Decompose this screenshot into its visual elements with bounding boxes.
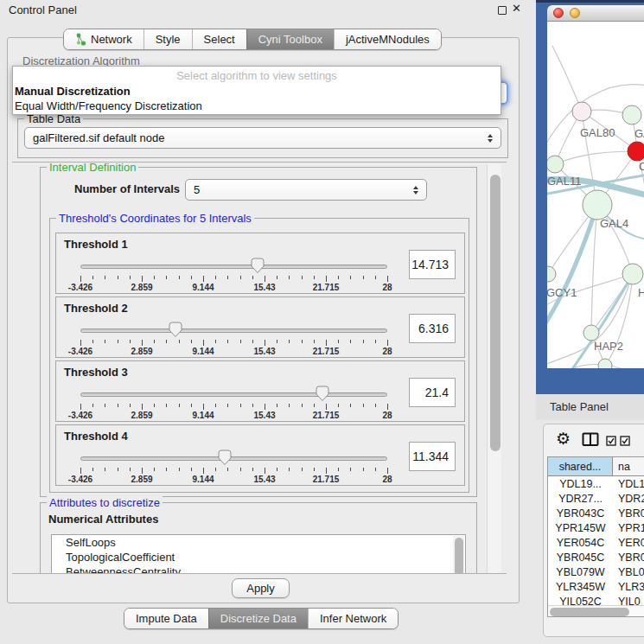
number-of-intervals-label: Number of Intervals — [74, 182, 180, 195]
slider-thumb[interactable] — [218, 450, 232, 466]
tab-style[interactable]: Style — [143, 29, 192, 49]
table-cell[interactable]: YPR145W — [548, 520, 613, 535]
dropdown-hint-item[interactable]: Select algorithm to view settings — [13, 69, 501, 82]
threshold-value-field[interactable]: 11.344 — [409, 442, 456, 471]
network-node[interactable] — [628, 142, 644, 161]
table-cell[interactable]: YBR0 — [613, 550, 644, 564]
tab-infer-network[interactable]: Infer Network — [308, 609, 398, 628]
attributes-items: SelfLoopsTopologicalCoefficientBetweenne… — [52, 535, 465, 574]
threshold-slider[interactable]: -3.4262.8599.14415.4321.71528 — [80, 449, 387, 483]
slider-thumb[interactable] — [251, 258, 265, 274]
attribute-item-betweennesscentrality[interactable]: BetweennessCentrality — [52, 564, 465, 574]
network-canvas[interactable]: GAL80GACGAL11GAL4GCY1HHAP2 — [547, 22, 644, 368]
table-cell[interactable]: YDR2 — [613, 491, 644, 506]
network-node[interactable] — [547, 266, 556, 282]
network-node[interactable] — [572, 102, 591, 121]
combo-arrows-icon — [488, 134, 493, 143]
tab-discretize-data[interactable]: Discretize Data — [208, 609, 308, 628]
tab-network[interactable]: Network — [64, 29, 143, 49]
network-node[interactable] — [622, 264, 643, 284]
tab-label: Select — [204, 33, 235, 46]
float-panel-icon[interactable] — [498, 6, 507, 15]
tab-cyni-toolbox[interactable]: Cyni Toolbox — [246, 29, 334, 49]
tab-select[interactable]: Select — [192, 29, 246, 49]
network-node[interactable] — [583, 325, 599, 341]
threshold-slider[interactable]: -3.4262.8599.14415.4321.71528 — [80, 385, 387, 419]
apply-button[interactable]: Apply — [232, 578, 290, 598]
network-node[interactable] — [598, 359, 612, 368]
control-panel-titlebar: Control Panel ✕ — [0, 0, 536, 21]
network-icon — [75, 33, 86, 46]
table-row[interactable]: YIL052CYIL0 — [548, 594, 644, 606]
table-cell[interactable]: YDL1 — [613, 476, 644, 491]
table-row[interactable]: YPR145WYPR1 — [548, 520, 644, 535]
group-title-interval-definition: Interval Definition — [47, 162, 138, 174]
dropdown-item-equal-width-frequency[interactable]: Equal Width/Frequency Discretization — [15, 99, 202, 112]
checkbox-checked-icon[interactable] — [620, 436, 630, 446]
table-cell[interactable]: YIL0 — [613, 594, 644, 606]
slider-tick-labels: -3.4262.8599.14415.4321.71528 — [80, 411, 387, 421]
table-data-combobox[interactable]: galFiltered.sif default node — [24, 127, 501, 149]
threshold-panel-3: Threshold 3-3.4262.8599.14415.4321.71528… — [55, 360, 465, 422]
node-label-gcy1: GCY1 — [547, 286, 577, 299]
network-node[interactable] — [547, 156, 564, 173]
table-cell[interactable]: YBR0 — [613, 506, 644, 520]
gear-icon[interactable]: ⚙ — [556, 429, 571, 449]
attribute-item-topologicalcoefficient[interactable]: TopologicalCoefficient — [52, 550, 465, 564]
slider-thumb[interactable] — [316, 386, 329, 402]
tab-impute-data[interactable]: Impute Data — [124, 609, 208, 628]
threshold-slider[interactable]: -3.4262.8599.14415.4321.71528 — [80, 257, 387, 291]
table-cell[interactable]: YBL079W — [548, 564, 613, 579]
group-title-attributes: Attributes to discretize — [47, 496, 163, 509]
checkbox-checked-icon[interactable] — [606, 436, 616, 446]
attributes-scrollbar[interactable] — [453, 536, 464, 574]
column-layout-icon[interactable] — [582, 432, 599, 447]
close-icon[interactable]: ✕ — [512, 2, 521, 15]
table-row[interactable]: YER054CYER0 — [548, 535, 644, 550]
settings-scroll-viewport: Interval Definition Number of Intervals … — [12, 162, 507, 574]
table-cell[interactable]: YPR1 — [613, 520, 644, 535]
table-cell[interactable]: YLR345W — [548, 579, 613, 594]
slider-ticks — [80, 404, 387, 410]
group-title-thresholds: Threshold's Coordinates for 5 Intervals — [56, 212, 254, 225]
threshold-slider[interactable]: -3.4262.8599.14415.4321.71528 — [80, 321, 387, 355]
threshold-value-field[interactable]: 6.316 — [409, 314, 456, 343]
table-cell[interactable]: YBR043C — [548, 506, 613, 520]
zoom-traffic-light-icon[interactable] — [586, 8, 596, 18]
network-node[interactable] — [583, 190, 612, 220]
minimize-traffic-light-icon[interactable] — [570, 8, 580, 18]
column-header-name[interactable]: na — [613, 457, 644, 475]
table-cell[interactable]: YBL0 — [613, 564, 644, 579]
number-of-intervals-combobox[interactable]: 5 — [185, 179, 427, 201]
tab-jactivemnodules[interactable]: jActiveMNodules — [334, 29, 441, 49]
table-row[interactable]: YDL19...YDL1 — [548, 476, 644, 491]
threshold-value-field[interactable]: 21.4 — [409, 378, 456, 407]
table-horizontal-scrollbar[interactable] — [548, 605, 644, 616]
slider-thumb[interactable] — [169, 322, 182, 338]
dropdown-item-manual-discretization[interactable]: Manual Discretization — [15, 85, 131, 98]
table-cell[interactable]: YDR27... — [548, 491, 613, 506]
attribute-item-selfloops[interactable]: SelfLoops — [52, 535, 465, 550]
table-row[interactable]: YLR345WYLR3 — [548, 579, 644, 594]
slider-ticks — [80, 468, 387, 474]
group-thresholds: Threshold's Coordinates for 5 Intervals … — [49, 218, 469, 493]
table-row[interactable]: YDR27...YDR2 — [548, 491, 644, 506]
table-header-row: shared... na — [548, 457, 644, 476]
group-interval-definition: Interval Definition Number of Intervals … — [40, 167, 477, 497]
table-row[interactable]: YBR045CYBR0 — [548, 550, 644, 564]
table-row[interactable]: YBL079WYBL0 — [548, 564, 644, 579]
table-cell[interactable]: YER054C — [548, 535, 613, 550]
table-row[interactable]: YBR043CYBR0 — [548, 506, 644, 520]
network-node[interactable] — [622, 105, 641, 124]
close-traffic-light-icon[interactable] — [553, 8, 564, 18]
table-cell[interactable]: YER0 — [613, 535, 644, 550]
table-cell[interactable]: YLR3 — [613, 579, 644, 594]
panel-title: Control Panel — [9, 3, 77, 16]
table-cell[interactable]: YDL19... — [548, 476, 613, 491]
main-scrollbar[interactable] — [487, 164, 501, 573]
column-header-shared-name[interactable]: shared... — [548, 457, 613, 475]
table-cell[interactable]: YBR045C — [548, 550, 613, 564]
threshold-value-field[interactable]: 14.713 — [409, 250, 456, 279]
slider-tick-labels: -3.4262.8599.14415.4321.71528 — [80, 475, 387, 485]
table-cell[interactable]: YIL052C — [548, 594, 613, 606]
